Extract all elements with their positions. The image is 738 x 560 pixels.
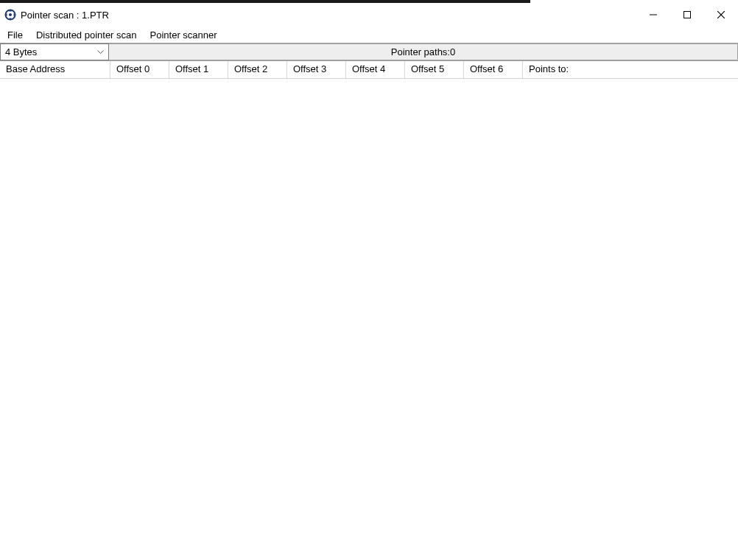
results-table: Base Address Offset 0 Offset 1 Offset 2 … bbox=[0, 60, 738, 550]
value-type-dropdown[interactable]: 4 Bytes bbox=[0, 43, 109, 60]
column-offset-2[interactable]: Offset 2 bbox=[228, 61, 287, 78]
table-header-row: Base Address Offset 0 Offset 1 Offset 2 … bbox=[0, 61, 738, 79]
window-controls bbox=[636, 3, 738, 27]
table-body[interactable] bbox=[0, 79, 738, 550]
column-offset-1[interactable]: Offset 1 bbox=[169, 61, 228, 78]
status-bar: Pointer paths:0 bbox=[109, 43, 738, 60]
top-dark-strip bbox=[0, 0, 530, 3]
column-points-to[interactable]: Points to: bbox=[523, 61, 597, 78]
minimize-button[interactable] bbox=[636, 3, 670, 27]
menu-pointer-scanner[interactable]: Pointer scanner bbox=[149, 28, 219, 42]
column-offset-0[interactable]: Offset 0 bbox=[110, 61, 169, 78]
menu-bar: File Distributed pointer scan Pointer sc… bbox=[0, 27, 738, 43]
title-left: Pointer scan : 1.PTR bbox=[4, 9, 109, 21]
title-bar: Pointer scan : 1.PTR bbox=[0, 3, 738, 27]
column-offset-4[interactable]: Offset 4 bbox=[346, 61, 405, 78]
maximize-button[interactable] bbox=[670, 3, 704, 27]
toolbar-row: 4 Bytes Pointer paths:0 bbox=[0, 43, 738, 60]
value-type-selected: 4 Bytes bbox=[5, 46, 37, 57]
menu-file[interactable]: File bbox=[6, 28, 24, 42]
chevron-down-icon bbox=[97, 50, 104, 55]
column-offset-3[interactable]: Offset 3 bbox=[287, 61, 346, 78]
column-base-address[interactable]: Base Address bbox=[0, 61, 110, 78]
menu-distributed-pointer-scan[interactable]: Distributed pointer scan bbox=[35, 28, 138, 42]
svg-rect-3 bbox=[684, 12, 691, 18]
window-title: Pointer scan : 1.PTR bbox=[21, 10, 109, 21]
column-offset-6[interactable]: Offset 6 bbox=[464, 61, 523, 78]
pointer-paths-count: Pointer paths:0 bbox=[391, 46, 455, 57]
column-offset-5[interactable]: Offset 5 bbox=[405, 61, 464, 78]
close-button[interactable] bbox=[704, 3, 738, 27]
svg-point-1 bbox=[9, 13, 12, 16]
app-icon bbox=[4, 9, 16, 21]
